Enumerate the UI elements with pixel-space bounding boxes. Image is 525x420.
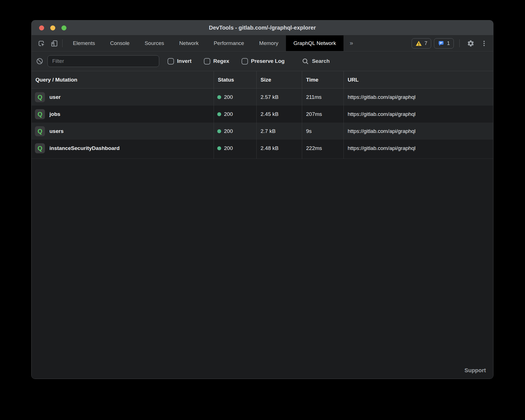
search-label: Search [312,58,330,64]
search-icon [302,58,309,65]
panel-empty-area: Support [32,159,493,379]
time-cell: 211ms [302,89,344,106]
warning-count: 7 [424,40,428,46]
filter-toolbar: Invert Regex Preserve Log Search [32,51,493,71]
tab-network[interactable]: Network [172,35,206,51]
query-name: jobs [49,111,60,117]
size-cell: 2.7 kB [257,123,302,140]
size-cell: 2.48 kB [257,140,302,157]
invert-label: Invert [177,58,192,64]
filter-input[interactable] [47,55,159,67]
settings-gear-icon[interactable] [465,38,476,49]
title-bar: DevTools - gitlab.com/-/graphql-explorer [32,20,493,35]
toolbar-divider [62,39,63,47]
status-ok-dot [217,129,221,133]
status-code: 200 [224,94,233,100]
support-link[interactable]: Support [464,367,486,374]
query-cell: Q users [32,123,214,140]
search-button[interactable]: Search [302,58,330,65]
status-code: 200 [224,128,233,134]
inspect-element-icon[interactable] [36,38,47,49]
query-name: instanceSecurityDashboard [49,145,120,151]
query-cell: Q jobs [32,106,214,123]
tab-elements[interactable]: Elements [65,35,102,51]
close-window-button[interactable] [39,25,44,30]
status-code: 200 [224,111,233,117]
query-cell: Q user [32,89,214,106]
invert-checkbox-group[interactable]: Invert [168,58,192,65]
query-name: users [49,128,64,134]
tab-performance[interactable]: Performance [206,35,252,51]
status-ok-dot [217,95,221,99]
time-cell: 207ms [302,106,344,123]
query-cell: Q instanceSecurityDashboard [32,140,214,157]
query-type-badge: Q [35,126,45,136]
preserve-log-label: Preserve Log [251,58,285,64]
tab-console[interactable]: Console [102,35,137,51]
more-tabs-chevron-icon[interactable]: » [343,35,359,51]
status-ok-dot [217,112,221,116]
url-cell: https://gitlab.com/api/graphql [344,140,493,157]
url-cell: https://gitlab.com/api/graphql [344,106,493,123]
column-header-time: Time [302,71,344,88]
device-toolbar-icon[interactable] [49,38,59,49]
tab-bar-right-controls: 7 1 [412,35,493,51]
panel-tabs: Elements Console Sources Network Perform… [65,35,359,51]
warnings-badge-button[interactable]: 7 [412,38,431,49]
status-ok-dot [217,146,221,150]
warning-icon [416,40,422,47]
table-row[interactable]: Q user 200 2.57 kB 211ms https://gitlab.… [32,89,493,106]
message-icon [438,40,444,47]
status-cell: 200 [214,123,257,140]
clear-block-icon[interactable] [36,58,43,65]
toolbar-icons [32,35,59,51]
zoom-window-button[interactable] [61,25,66,30]
time-cell: 9s [302,123,344,140]
column-header-query-mutation: Query / Mutation [32,71,214,88]
query-type-badge: Q [35,109,45,119]
minimize-window-button[interactable] [50,25,55,30]
status-cell: 200 [214,140,257,157]
devtools-window: DevTools - gitlab.com/-/graphql-explorer… [31,20,493,379]
table-row[interactable]: Q instanceSecurityDashboard 200 2.48 kB … [32,140,493,157]
regex-label: Regex [213,58,229,64]
status-cell: 200 [214,106,257,123]
preserve-log-checkbox-group[interactable]: Preserve Log [242,58,285,65]
invert-checkbox[interactable] [168,58,174,65]
regex-checkbox-group[interactable]: Regex [204,58,229,65]
query-type-badge: Q [35,143,45,153]
issues-badge-button[interactable]: 1 [434,38,454,49]
size-cell: 2.57 kB [257,89,302,106]
time-cell: 222ms [302,140,344,157]
regex-checkbox[interactable] [204,58,210,65]
tab-right-divider [459,39,460,47]
column-header-url: URL [344,71,493,88]
devtools-tab-bar: Elements Console Sources Network Perform… [32,35,493,51]
more-options-kebab-icon[interactable] [479,38,489,49]
query-name: user [49,94,61,100]
url-cell: https://gitlab.com/api/graphql [344,123,493,140]
url-cell: https://gitlab.com/api/graphql [344,89,493,106]
tab-graphql-network[interactable]: GraphQL Network [286,35,343,51]
tab-memory[interactable]: Memory [252,35,286,51]
column-header-size: Size [257,71,302,88]
status-cell: 200 [214,89,257,106]
grid-column-line-tail [32,157,493,159]
issues-count: 1 [447,40,450,46]
window-title: DevTools - gitlab.com/-/graphql-explorer [32,25,493,31]
preserve-log-checkbox[interactable] [242,58,248,65]
grid-header-row: Query / Mutation Status Size Time URL [32,71,493,89]
table-row[interactable]: Q jobs 200 2.45 kB 207ms https://gitlab.… [32,106,493,123]
tab-sources[interactable]: Sources [137,35,172,51]
traffic-lights [39,20,66,35]
table-row[interactable]: Q users 200 2.7 kB 9s https://gitlab.com… [32,123,493,140]
query-type-badge: Q [35,92,45,102]
status-code: 200 [224,145,233,151]
size-cell: 2.45 kB [257,106,302,123]
column-header-status: Status [214,71,257,88]
